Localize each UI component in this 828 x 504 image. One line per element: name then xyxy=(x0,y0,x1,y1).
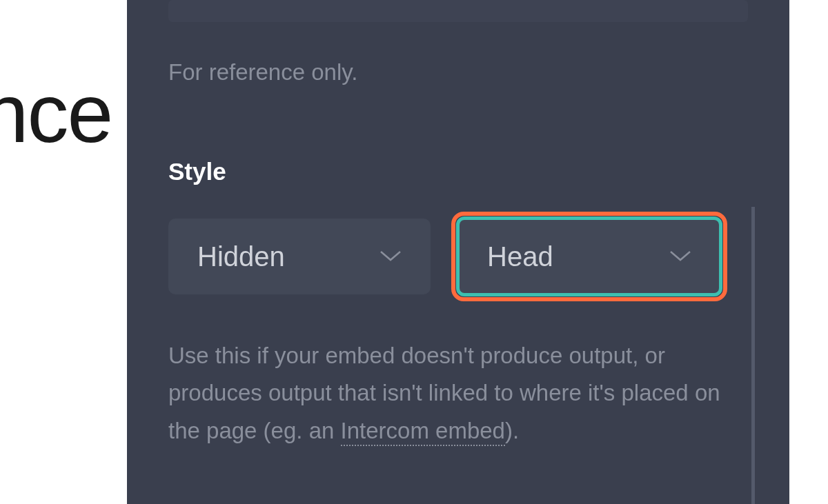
visibility-dropdown-label: Hidden xyxy=(197,241,285,272)
position-dropdown[interactable]: Head xyxy=(458,219,720,294)
position-dropdown-label: Head xyxy=(487,241,553,272)
chevron-down-icon xyxy=(379,250,402,263)
style-section-label: Style xyxy=(168,158,748,185)
scrollbar-track[interactable] xyxy=(751,207,755,504)
style-description-text: Use this if your embed doesn't produce o… xyxy=(168,337,720,450)
description-suffix: ). xyxy=(505,418,519,443)
reference-helper-text: For reference only. xyxy=(168,59,748,85)
chevron-down-icon xyxy=(669,250,691,263)
style-dropdown-row: Hidden Head xyxy=(168,219,748,294)
settings-panel: For reference only. Style Hidden Head Us… xyxy=(127,0,789,504)
background-partial-text: ance xyxy=(0,65,112,161)
visibility-dropdown[interactable]: Hidden xyxy=(168,219,431,294)
intercom-embed-link[interactable]: Intercom embed xyxy=(341,418,505,446)
input-field-placeholder[interactable] xyxy=(168,0,748,22)
